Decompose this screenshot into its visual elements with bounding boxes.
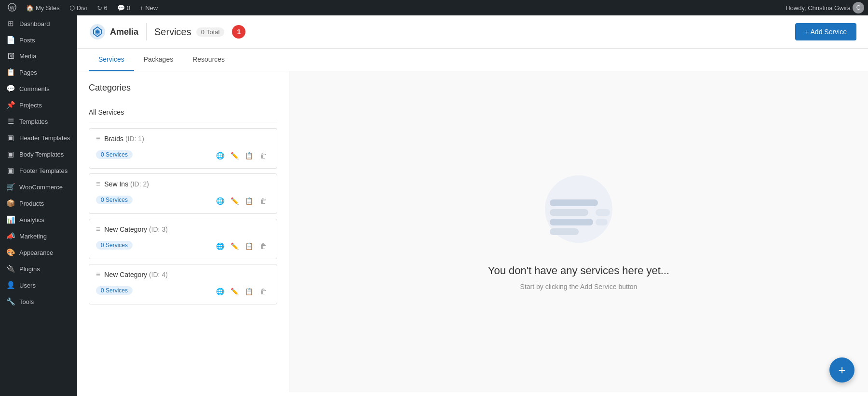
wp-icon: W (8, 3, 16, 13)
sidebar-item-label: Body Templates (19, 151, 64, 158)
divi-icon: ⬡ (69, 4, 75, 12)
adminbar-my-sites[interactable]: 🏠 My Sites (22, 0, 64, 15)
category-edit-button[interactable]: ✏️ (228, 239, 241, 253)
category-copy-button[interactable]: 📋 (242, 149, 256, 162)
adminbar-sync[interactable]: ↻ 6 (93, 0, 111, 15)
sidebar-item-pages[interactable]: 📋 Pages (0, 64, 77, 80)
category-delete-button[interactable]: 🗑 (257, 239, 270, 253)
fab-button[interactable]: + (829, 357, 854, 383)
category-copy-button[interactable]: 📋 (242, 194, 256, 208)
sidebar-item-plugins[interactable]: 🔌 Plugins (0, 261, 77, 277)
adminbar-new[interactable]: + New (136, 0, 162, 15)
category-globe-button[interactable]: 🌐 (213, 194, 227, 208)
category-globe-button[interactable]: 🌐 (213, 285, 227, 298)
total-label: Total (206, 28, 219, 36)
category-actions: 🌐 ✏️ 📋 🗑 (213, 147, 270, 162)
body-templates-icon: ▣ (6, 150, 15, 158)
adminbar-divi[interactable]: ⬡ Divi (66, 0, 91, 15)
drag-handle-icon[interactable]: ≡ (96, 225, 100, 234)
category-delete-button[interactable]: 🗑 (257, 149, 270, 162)
comments-count: 0 (127, 4, 130, 12)
sidebar-item-dashboard[interactable]: ⊞ Dashboard (0, 15, 77, 32)
services-count-badge: 0 Services (96, 150, 133, 159)
services-count-badge: 0 Services (96, 241, 133, 250)
category-actions: 🌐 ✏️ 📋 🗑 (213, 283, 270, 298)
pages-icon: 📋 (6, 68, 15, 77)
sidebar-item-label: Header Templates (19, 134, 70, 142)
page-header: Amelia Services 0 Total 1 + Add Service (77, 15, 868, 49)
plugins-icon: 🔌 (6, 264, 15, 273)
sidebar-item-products[interactable]: 📦 Products (0, 195, 77, 211)
analytics-icon: 📊 (6, 215, 15, 224)
empty-state: You don't have any services here yet... … (289, 71, 868, 392)
sidebar-item-header-templates[interactable]: ▣ Header Templates (0, 130, 77, 146)
total-count: 0 (201, 28, 204, 36)
adminbar-comments[interactable]: 💬 0 (113, 0, 134, 15)
svg-point-5 (96, 30, 99, 33)
tabs-bar: Services Packages Resources (77, 49, 868, 71)
sidebar-item-label: Footer Templates (19, 167, 68, 174)
sidebar-item-marketing[interactable]: 📣 Marketing (0, 228, 77, 244)
category-id: (ID: 3) (149, 225, 168, 233)
amelia-logo: Amelia (89, 23, 147, 40)
category-edit-button[interactable]: ✏️ (228, 285, 241, 298)
sidebar-item-body-templates[interactable]: ▣ Body Templates (0, 146, 77, 162)
svg-rect-7 (550, 199, 598, 206)
category-edit-button[interactable]: ✏️ (228, 149, 241, 162)
category-delete-button[interactable]: 🗑 (257, 194, 270, 208)
category-id: (ID: 2) (130, 180, 149, 188)
sidebar-item-appearance[interactable]: 🎨 Appearance (0, 244, 77, 261)
sidebar-item-posts[interactable]: 📄 Posts (0, 32, 77, 48)
sidebar-item-label: Posts (19, 37, 35, 44)
my-sites-label: My Sites (36, 4, 60, 12)
divi-label: Divi (77, 4, 87, 12)
sidebar-item-woocommerce[interactable]: 🛒 WooCommerce (0, 179, 77, 195)
tab-packages[interactable]: Packages (134, 49, 183, 71)
sidebar-item-templates[interactable]: ☰ Templates (0, 113, 77, 130)
services-layout: Categories All Services ≡ Braids (ID: 1) (77, 71, 868, 392)
category-item: ≡ Braids (ID: 1) 0 Services 🌐 ✏️ (89, 128, 277, 169)
drag-handle-icon[interactable]: ≡ (96, 134, 100, 143)
templates-icon: ☰ (6, 117, 15, 126)
category-item: ≡ New Category (ID: 3) 0 Services 🌐 ✏️ (89, 219, 277, 259)
category-edit-button[interactable]: ✏️ (228, 194, 241, 208)
drag-handle-icon[interactable]: ≡ (96, 270, 100, 279)
add-service-button[interactable]: + Add Service (795, 23, 856, 40)
empty-state-subtitle: Start by clicking the Add Service button (520, 283, 637, 290)
empty-state-title: You don't have any services here yet... (488, 264, 669, 277)
services-count-badge: 0 Services (96, 196, 133, 204)
sidebar-item-footer-templates[interactable]: ▣ Footer Templates (0, 162, 77, 179)
svg-rect-11 (596, 209, 610, 216)
sidebar-item-tools[interactable]: 🔧 Tools (0, 293, 77, 310)
sidebar-item-label: WooCommerce (19, 184, 63, 191)
users-icon: 👤 (6, 281, 15, 290)
sidebar-item-label: Comments (19, 85, 50, 92)
category-globe-button[interactable]: 🌐 (213, 239, 227, 253)
category-item: ≡ New Category (ID: 4) 0 Services 🌐 ✏️ (89, 264, 277, 304)
amelia-logo-text: Amelia (110, 27, 138, 37)
svg-rect-10 (550, 228, 579, 235)
products-icon: 📦 (6, 199, 15, 208)
sidebar-item-users[interactable]: 👤 Users (0, 277, 77, 293)
adminbar-wp-logo[interactable]: W (4, 0, 20, 15)
dashboard-icon: ⊞ (6, 19, 15, 28)
sidebar-item-label: Media (19, 53, 36, 60)
category-globe-button[interactable]: 🌐 (213, 149, 227, 162)
sidebar-item-comments[interactable]: 💬 Comments (0, 80, 77, 97)
main-content: Amelia Services 0 Total 1 + Add Service … (77, 15, 868, 396)
media-icon: 🖼 (6, 52, 15, 60)
tools-icon: 🔧 (6, 297, 15, 306)
category-copy-button[interactable]: 📋 (242, 285, 256, 298)
tab-resources[interactable]: Resources (183, 49, 234, 71)
category-name: New Category (ID: 3) (104, 225, 270, 233)
tab-services[interactable]: Services (89, 49, 134, 71)
category-delete-button[interactable]: 🗑 (257, 285, 270, 298)
all-services-row[interactable]: All Services (89, 103, 277, 122)
services-count-badge: 0 Services (96, 286, 133, 295)
drag-handle-icon[interactable]: ≡ (96, 180, 100, 188)
sidebar-item-projects[interactable]: 📌 Projects (0, 97, 77, 113)
sidebar-item-media[interactable]: 🖼 Media (0, 48, 77, 64)
sidebar-item-analytics[interactable]: 📊 Analytics (0, 211, 77, 228)
category-copy-button[interactable]: 📋 (242, 239, 256, 253)
posts-icon: 📄 (6, 36, 15, 44)
